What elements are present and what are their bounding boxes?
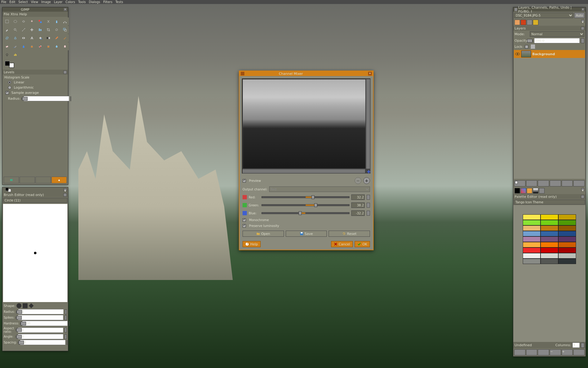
menu-view[interactable]: View: [31, 0, 38, 4]
tool-ellipse-select[interactable]: [11, 17, 19, 25]
palette-zoom-out-button[interactable]: −: [550, 349, 561, 355]
preview-check[interactable]: [243, 179, 246, 182]
layer-name-label[interactable]: Background: [532, 52, 555, 56]
tool-airbrush[interactable]: [11, 42, 19, 50]
tool-blur-sharpen[interactable]: [53, 42, 61, 50]
toolbox-menu-xtns[interactable]: Xtns: [10, 12, 18, 16]
tool-flip[interactable]: [20, 34, 28, 42]
radio-linear[interactable]: [8, 81, 11, 84]
spinner[interactable]: [69, 321, 70, 326]
tool-zoom[interactable]: [11, 26, 19, 34]
radio-logarithmic[interactable]: [8, 86, 11, 89]
blue-slider[interactable]: [262, 212, 349, 214]
rollup-icon[interactable]: [63, 193, 67, 197]
layer-list[interactable]: Background: [514, 50, 585, 179]
shape-diamond[interactable]: [29, 303, 34, 308]
tool-perspective[interactable]: [11, 34, 19, 42]
brush-aspect-input[interactable]: [18, 328, 63, 333]
brush-angle-slider[interactable]: [16, 336, 17, 338]
brush-angle-input[interactable]: [18, 334, 63, 339]
brush-radius-input[interactable]: [18, 309, 64, 314]
green-slider[interactable]: [262, 204, 349, 206]
opacity-input[interactable]: [534, 38, 580, 43]
tool-move[interactable]: [28, 26, 36, 34]
tool-foreground-select[interactable]: [53, 17, 61, 25]
palette-swatch[interactable]: [523, 247, 541, 253]
red-value-input[interactable]: [351, 194, 365, 200]
tool-dodge-burn[interactable]: [3, 51, 11, 59]
ok-button[interactable]: OK: [355, 241, 370, 247]
tool-levels-shortcut[interactable]: [11, 51, 19, 59]
palette-tab-fg[interactable]: [514, 188, 520, 194]
menu-dialogs[interactable]: Dialogs: [89, 0, 100, 4]
blue-value-input[interactable]: [351, 210, 365, 216]
columns-input[interactable]: [572, 343, 580, 348]
brush-tab-icon[interactable]: [6, 188, 11, 192]
tool-opt-btn-3[interactable]: [36, 177, 51, 183]
spinner[interactable]: [367, 195, 370, 200]
palette-swatch[interactable]: [523, 259, 541, 264]
layer-down-button[interactable]: [538, 180, 549, 186]
toolbox-close-icon[interactable]: ×: [64, 8, 67, 11]
palette-swatch[interactable]: [523, 242, 541, 247]
tool-rect-select[interactable]: [3, 17, 11, 25]
menu-select[interactable]: Select: [18, 0, 28, 4]
preview-v-scrollbar[interactable]: [366, 79, 370, 169]
tool-bucket-fill[interactable]: [36, 34, 44, 42]
palette-tab-palettes[interactable]: [539, 188, 545, 194]
menu-image[interactable]: Image: [41, 0, 51, 4]
zoom-in-button[interactable]: +: [363, 177, 370, 184]
palette-swatch[interactable]: [541, 259, 558, 264]
layer-delete-button[interactable]: [573, 180, 585, 186]
tab-paths[interactable]: [527, 20, 532, 25]
tool-blend[interactable]: [44, 34, 52, 42]
palette-swatch[interactable]: [523, 225, 541, 231]
tool-smudge[interactable]: [61, 42, 69, 50]
tool-opt-btn-4[interactable]: [51, 177, 67, 183]
radius-slider[interactable]: [22, 98, 22, 100]
tool-opt-btn-1[interactable]: [4, 177, 19, 183]
brush-hardness-slider[interactable]: [20, 323, 21, 324]
cancel-button[interactable]: Cancel: [331, 241, 353, 247]
menu-edit[interactable]: Edit: [9, 0, 15, 4]
palette-swatch[interactable]: [558, 259, 576, 264]
brush-spacing-input[interactable]: [20, 340, 66, 345]
palette-swatch[interactable]: [541, 214, 558, 220]
brush-hardness-input[interactable]: [22, 321, 68, 326]
dialog-close-icon[interactable]: ×: [368, 72, 372, 75]
layer-duplicate-button[interactable]: [550, 180, 561, 186]
tool-color-picker[interactable]: [3, 26, 11, 34]
spinner[interactable]: [65, 334, 67, 339]
tool-scale[interactable]: [61, 26, 69, 34]
eye-icon[interactable]: [515, 52, 520, 56]
palette-swatch[interactable]: [541, 231, 558, 236]
tool-perspective-clone[interactable]: [44, 42, 52, 50]
menu-layer[interactable]: Layer: [54, 0, 62, 4]
palette-tab-patterns[interactable]: [527, 188, 532, 194]
palette-edit-button[interactable]: [514, 349, 526, 355]
palette-swatch[interactable]: [523, 220, 541, 225]
preview-area[interactable]: [242, 79, 371, 174]
shape-square[interactable]: [23, 303, 28, 308]
tool-pencil[interactable]: [53, 34, 61, 42]
brush-tab-arrow-icon[interactable]: ◂: [64, 188, 67, 191]
tool-scissors[interactable]: [44, 17, 52, 25]
save-button[interactable]: Save: [286, 231, 327, 237]
palette-swatch[interactable]: [558, 236, 576, 242]
zoom-out-button[interactable]: −: [355, 177, 361, 184]
spinner[interactable]: [581, 343, 584, 348]
tab-arrow-icon[interactable]: ◂: [581, 20, 584, 23]
tab-channels[interactable]: [521, 20, 526, 25]
check-sample-average[interactable]: [6, 91, 9, 94]
palette-name-input[interactable]: [514, 200, 585, 205]
palette-swatch[interactable]: [558, 242, 576, 247]
green-value-input[interactable]: [351, 202, 365, 208]
palette-swatch[interactable]: [541, 253, 558, 259]
brush-spacing-slider[interactable]: [18, 342, 19, 343]
tool-clone[interactable]: [28, 42, 36, 50]
radius-input[interactable]: [24, 96, 69, 101]
menu-file[interactable]: File: [1, 0, 6, 4]
palette-swatch[interactable]: [523, 231, 541, 236]
layer-anchor-button[interactable]: [562, 180, 573, 186]
palette-zoom-fit-button[interactable]: [573, 349, 585, 355]
